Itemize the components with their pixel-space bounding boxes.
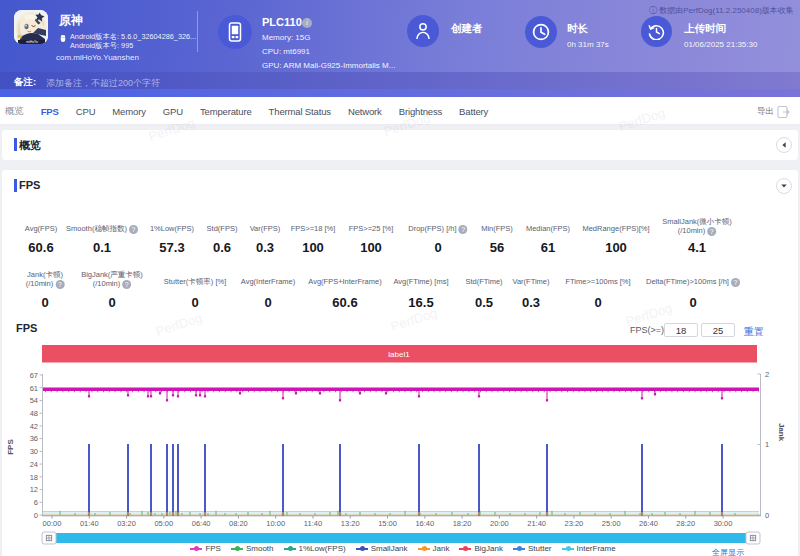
svg-text:30: 30 [30, 447, 38, 456]
svg-text:1: 1 [765, 440, 769, 449]
svg-text:FPS: FPS [6, 439, 15, 455]
svg-text:00:00: 00:00 [43, 519, 62, 528]
svg-text:miHoYo: miHoYo [26, 40, 38, 44]
svg-text:12: 12 [30, 485, 38, 494]
svg-text:03:20: 03:20 [117, 519, 136, 528]
svg-text:20:00: 20:00 [490, 519, 509, 528]
svg-text:28:20: 28:20 [676, 519, 695, 528]
svg-text:54: 54 [30, 396, 38, 405]
svg-text:05:00: 05:00 [154, 519, 173, 528]
svg-text:0: 0 [34, 511, 38, 520]
svg-text:18: 18 [30, 473, 38, 482]
svg-text:15:00: 15:00 [378, 519, 397, 528]
svg-text:11:40: 11:40 [304, 519, 322, 528]
svg-text:Jank: Jank [777, 423, 786, 442]
svg-text:18:20: 18:20 [453, 519, 472, 528]
svg-text:48: 48 [30, 409, 38, 418]
svg-text:36: 36 [30, 434, 38, 443]
svg-text:16:40: 16:40 [415, 519, 434, 528]
svg-text:26:40: 26:40 [639, 519, 658, 528]
svg-text:25:00: 25:00 [602, 519, 621, 528]
svg-text:42: 42 [30, 422, 38, 431]
svg-text:0: 0 [765, 511, 769, 520]
svg-text:23:20: 23:20 [565, 519, 584, 528]
svg-text:61: 61 [30, 384, 38, 393]
svg-text:13:20: 13:20 [341, 519, 360, 528]
svg-text:2: 2 [765, 370, 769, 379]
svg-text:label1: label1 [388, 350, 410, 359]
svg-text:67: 67 [30, 371, 38, 380]
svg-text:10:00: 10:00 [266, 519, 285, 528]
svg-text:21:40: 21:40 [527, 519, 546, 528]
svg-text:24: 24 [30, 460, 38, 469]
svg-text:01:40: 01:40 [80, 519, 99, 528]
svg-text:08:20: 08:20 [229, 519, 248, 528]
svg-text:06:40: 06:40 [192, 519, 211, 528]
svg-text:6: 6 [34, 498, 38, 507]
svg-text:30:00: 30:00 [714, 519, 733, 528]
